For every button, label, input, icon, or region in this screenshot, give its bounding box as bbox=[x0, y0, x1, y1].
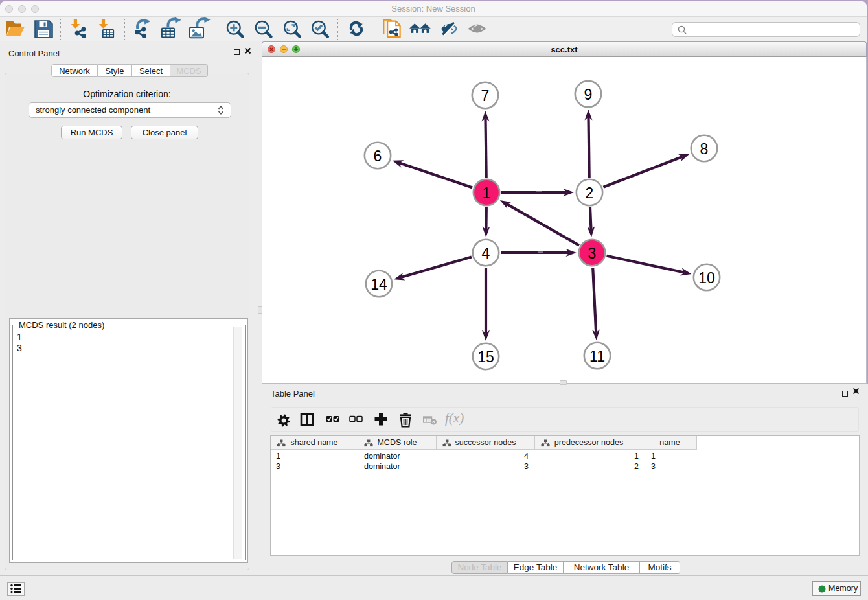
svg-text:1: 1 bbox=[483, 185, 491, 202]
svg-text:7: 7 bbox=[481, 87, 490, 104]
svg-text:14: 14 bbox=[371, 276, 387, 293]
svg-text:4: 4 bbox=[482, 245, 490, 262]
svg-text:6: 6 bbox=[374, 148, 382, 165]
svg-text:8: 8 bbox=[700, 141, 709, 157]
svg-text:11: 11 bbox=[589, 348, 605, 365]
svg-text:9: 9 bbox=[584, 86, 593, 103]
svg-text:10: 10 bbox=[698, 270, 715, 286]
svg-text:2: 2 bbox=[586, 185, 594, 202]
svg-text:15: 15 bbox=[477, 349, 494, 365]
svg-text:3: 3 bbox=[588, 245, 597, 262]
